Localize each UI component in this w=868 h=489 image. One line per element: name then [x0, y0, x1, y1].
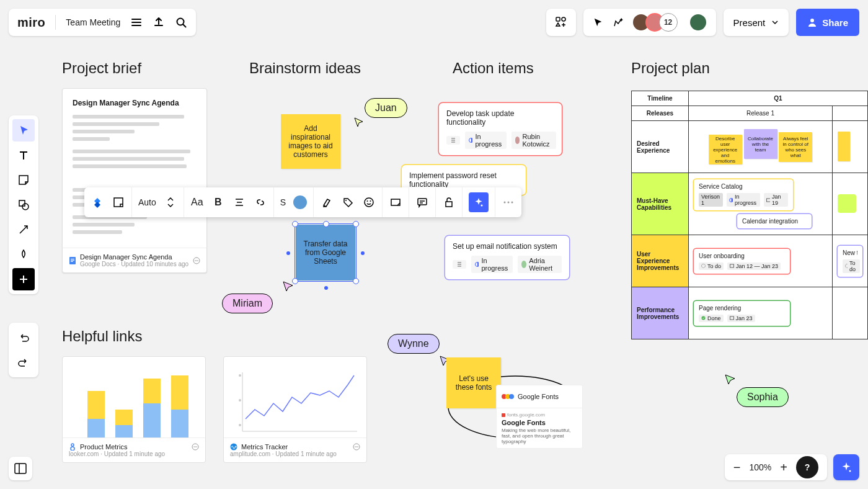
svg-point-50: [196, 446, 197, 447]
svg-rect-40: [115, 425, 133, 437]
undo-button[interactable]: [12, 326, 35, 349]
stepper-icon[interactable]: [164, 195, 177, 209]
export-icon[interactable]: [153, 16, 165, 29]
sticky-tool[interactable]: [12, 169, 35, 191]
svg-point-3: [810, 19, 814, 22]
apps-button[interactable]: [546, 9, 576, 36]
svg-point-26: [504, 202, 506, 204]
svg-rect-43: [171, 375, 188, 410]
svg-point-52: [239, 399, 241, 402]
size-auto[interactable]: Auto: [138, 197, 156, 207]
section-links-title: Helpful links: [62, 328, 142, 345]
ai-assist-button[interactable]: [833, 454, 859, 480]
svg-rect-44: [171, 410, 188, 437]
svg-point-49: [195, 446, 196, 447]
svg-rect-6: [15, 464, 26, 473]
list-icon: [446, 136, 460, 145]
svg-rect-4: [19, 200, 25, 206]
cursor-tool-icon[interactable]: [592, 16, 604, 29]
project-plan-table[interactable]: Timeline Q1 Releases Release 1 Desired E…: [631, 91, 868, 339]
collapse-toolbar-button[interactable]: [9, 457, 32, 480]
svg-point-56: [355, 446, 356, 447]
share-button[interactable]: Share: [796, 9, 859, 36]
svg-point-21: [370, 200, 371, 202]
board-title[interactable]: Team Meeting: [66, 17, 120, 27]
svg-rect-42: [143, 403, 161, 437]
svg-point-51: [239, 374, 241, 377]
svg-point-25: [481, 205, 483, 207]
chevron-down-icon: [771, 19, 779, 26]
size-label[interactable]: S: [280, 197, 286, 207]
zoom-in-button[interactable]: +: [780, 460, 787, 475]
card-more-icon[interactable]: [192, 443, 199, 451]
sticky-note[interactable]: Add inspirational images to aid customer…: [281, 114, 340, 169]
lock-icon[interactable]: [442, 195, 456, 209]
comment-icon[interactable]: [415, 195, 429, 209]
card-more-icon[interactable]: [193, 257, 200, 264]
svg-point-57: [356, 446, 357, 447]
text-tool[interactable]: [12, 144, 35, 166]
svg-point-18: [345, 200, 347, 201]
card-icon[interactable]: [112, 195, 125, 209]
svg-point-27: [508, 202, 510, 204]
cursor-label-wynne: Wynne: [388, 334, 440, 354]
highlight-icon[interactable]: [320, 195, 334, 209]
add-tool[interactable]: [12, 268, 35, 290]
cursor-icon: [353, 117, 366, 129]
current-user-avatar[interactable]: [689, 13, 707, 32]
more-icon[interactable]: [502, 195, 515, 209]
menu-icon[interactable]: [130, 16, 143, 29]
divider: [55, 15, 56, 30]
help-button[interactable]: ?: [796, 456, 818, 478]
chart-card[interactable]: Product Metrics looker.com · Updated 1 m…: [62, 356, 206, 463]
redo-button[interactable]: [12, 351, 35, 374]
zoom-out-button[interactable]: −: [733, 460, 741, 475]
svg-rect-39: [115, 410, 133, 425]
card-more-icon[interactable]: [353, 443, 360, 451]
svg-point-12: [195, 260, 196, 261]
jira-icon[interactable]: [91, 195, 104, 209]
ai-sparkle-icon[interactable]: [469, 192, 489, 212]
bold-icon[interactable]: B: [211, 195, 225, 209]
select-tool[interactable]: [12, 119, 35, 141]
svg-rect-37: [87, 391, 105, 419]
link-icon[interactable]: [254, 195, 267, 209]
switch-type-icon[interactable]: [389, 195, 402, 209]
action-card[interactable]: Set up email notification system In prog…: [445, 236, 569, 279]
logo[interactable]: miro: [17, 16, 45, 30]
align-icon[interactable]: [232, 195, 246, 209]
doc-title: Design Manager Sync Agenda: [73, 99, 197, 107]
emoji-icon[interactable]: [362, 195, 376, 209]
search-icon[interactable]: [175, 16, 187, 29]
svg-rect-8: [71, 259, 74, 259]
svg-rect-10: [71, 261, 73, 262]
collaborator-avatars[interactable]: 12: [632, 13, 678, 32]
pen-tool[interactable]: [12, 243, 35, 266]
section-brainstorm-title: Brainstorm ideas: [249, 60, 361, 77]
svg-point-34: [846, 264, 848, 268]
svg-rect-41: [143, 379, 161, 403]
svg-point-2: [562, 17, 565, 21]
cursor-icon: [724, 374, 738, 387]
context-toolbar[interactable]: Auto Aa B S: [84, 187, 521, 217]
color-picker[interactable]: [293, 195, 307, 209]
action-card[interactable]: Develop task update functionality In pro…: [439, 103, 562, 155]
svg-point-48: [193, 446, 195, 447]
gdocs-icon: [69, 257, 76, 264]
svg-point-45: [71, 444, 74, 446]
font-icon[interactable]: Aa: [190, 195, 204, 209]
reactions-icon[interactable]: [612, 16, 624, 29]
gfonts-card[interactable]: Google Fonts fonts.google.com Google Fon…: [496, 385, 583, 449]
shape-tool[interactable]: [12, 194, 35, 216]
arrow-tool[interactable]: [12, 218, 35, 241]
tag-icon[interactable]: [341, 195, 355, 209]
section-brief-title: Project brief: [62, 60, 141, 77]
chart-card[interactable]: Metrics Tracker amplitude.com · Updated …: [223, 356, 367, 463]
person-icon: [807, 17, 817, 27]
zoom-level[interactable]: 100%: [750, 462, 772, 472]
present-button[interactable]: Present: [724, 9, 789, 36]
cursor-label-miriam: Miriam: [222, 294, 273, 313]
doc-card[interactable]: Design Manager Sync Agenda Design Manage…: [62, 88, 207, 273]
svg-point-53: [239, 424, 241, 426]
sticky-note[interactable]: Let's use these fonts: [446, 357, 501, 408]
